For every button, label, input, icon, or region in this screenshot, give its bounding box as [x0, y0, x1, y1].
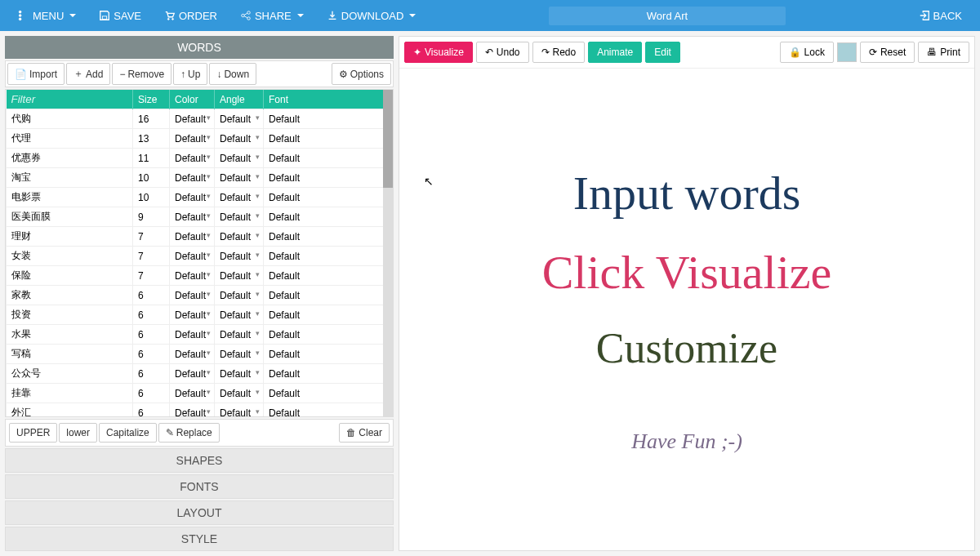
word-cell[interactable]: 淘宝 [7, 168, 133, 188]
angle-cell[interactable]: Default [215, 129, 264, 149]
download-dropdown[interactable]: DOWNLOAD [315, 0, 428, 31]
table-scrollbar[interactable] [383, 90, 393, 416]
word-cell[interactable]: 代购 [7, 109, 133, 129]
size-cell[interactable]: 7 [133, 266, 170, 286]
angle-cell[interactable]: Default [215, 403, 264, 418]
redo-button[interactable]: ↷Redo [532, 42, 586, 63]
size-cell[interactable]: 6 [133, 325, 170, 345]
table-row[interactable]: 电影票10DefaultDefaultDefault [7, 188, 393, 207]
share-dropdown[interactable]: SHARE [229, 0, 315, 31]
font-cell[interactable]: Default [264, 149, 393, 168]
replace-button[interactable]: ✎Replace [158, 423, 220, 443]
shapes-panel-header[interactable]: SHAPES [5, 448, 394, 473]
color-header[interactable]: Color [170, 90, 215, 109]
words-panel-header[interactable]: WORDS [5, 36, 394, 59]
word-cell[interactable]: 优惠券 [7, 149, 133, 168]
angle-cell[interactable]: Default [215, 364, 264, 384]
angle-cell[interactable]: Default [215, 207, 264, 227]
word-cell[interactable]: 挂靠 [7, 384, 133, 403]
angle-cell[interactable]: Default [215, 305, 264, 325]
size-cell[interactable]: 6 [133, 384, 170, 403]
options-button[interactable]: ⚙Options [332, 63, 391, 85]
angle-cell[interactable]: Default [215, 247, 264, 266]
table-row[interactable]: 理财7DefaultDefaultDefault [7, 227, 393, 247]
clear-button[interactable]: 🗑Clear [339, 423, 390, 443]
size-cell[interactable]: 6 [133, 403, 170, 418]
up-button[interactable]: ↑Up [173, 63, 207, 85]
animate-button[interactable]: Animate [588, 42, 642, 63]
word-cell[interactable]: 写稿 [7, 345, 133, 364]
color-cell[interactable]: Default [170, 384, 215, 403]
lower-button[interactable]: lower [59, 423, 97, 443]
word-cell[interactable]: 理财 [7, 227, 133, 247]
color-cell[interactable]: Default [170, 207, 215, 227]
word-cell[interactable]: 电影票 [7, 188, 133, 207]
font-cell[interactable]: Default [264, 129, 393, 149]
word-cell[interactable]: 保险 [7, 266, 133, 286]
table-row[interactable]: 外汇6DefaultDefaultDefault [7, 403, 393, 418]
size-header[interactable]: Size [133, 90, 170, 109]
font-cell[interactable]: Default [264, 286, 393, 305]
angle-cell[interactable]: Default [215, 345, 264, 364]
visualize-button[interactable]: ✦Visualize [404, 42, 473, 63]
remove-button[interactable]: −Remove [112, 63, 172, 85]
upper-button[interactable]: UPPER [9, 423, 57, 443]
color-cell[interactable]: Default [170, 345, 215, 364]
color-cell[interactable]: Default [170, 364, 215, 384]
undo-button[interactable]: ↶Undo [476, 42, 529, 63]
scrollbar-thumb[interactable] [383, 90, 393, 188]
color-cell[interactable]: Default [170, 305, 215, 325]
color-cell[interactable]: Default [170, 168, 215, 188]
font-header[interactable]: Font [264, 90, 393, 109]
color-cell[interactable]: Default [170, 188, 215, 207]
angle-cell[interactable]: Default [215, 109, 264, 129]
font-cell[interactable]: Default [264, 403, 393, 418]
reset-button[interactable]: ⟳Reset [860, 42, 915, 63]
word-cell[interactable]: 投资 [7, 305, 133, 325]
menu-dropdown[interactable]: MENU [7, 0, 87, 31]
font-cell[interactable]: Default [264, 384, 393, 403]
color-cell[interactable]: Default [170, 325, 215, 345]
size-cell[interactable]: 7 [133, 247, 170, 266]
print-button[interactable]: 🖶Print [918, 42, 969, 63]
size-cell[interactable]: 13 [133, 129, 170, 149]
back-button[interactable]: BACK [907, 0, 973, 31]
angle-cell[interactable]: Default [215, 168, 264, 188]
word-cell[interactable]: 水果 [7, 325, 133, 345]
color-cell[interactable]: Default [170, 286, 215, 305]
word-cell[interactable]: 女装 [7, 247, 133, 266]
canvas-area[interactable]: ↖ Input words Click Visualize Customize … [399, 69, 974, 550]
size-cell[interactable]: 6 [133, 305, 170, 325]
size-cell[interactable]: 10 [133, 188, 170, 207]
color-cell[interactable]: Default [170, 403, 215, 418]
font-cell[interactable]: Default [264, 325, 393, 345]
word-cell[interactable]: 家教 [7, 286, 133, 305]
angle-header[interactable]: Angle [215, 90, 264, 109]
color-cell[interactable]: Default [170, 247, 215, 266]
color-cell[interactable]: Default [170, 109, 215, 129]
table-row[interactable]: 淘宝10DefaultDefaultDefault [7, 168, 393, 188]
color-cell[interactable]: Default [170, 129, 215, 149]
table-row[interactable]: 保险7DefaultDefaultDefault [7, 266, 393, 286]
angle-cell[interactable]: Default [215, 227, 264, 247]
style-panel-header[interactable]: STYLE [5, 527, 394, 551]
import-button[interactable]: 📄Import [7, 63, 65, 85]
size-cell[interactable]: 6 [133, 345, 170, 364]
angle-cell[interactable]: Default [215, 149, 264, 168]
font-cell[interactable]: Default [264, 305, 393, 325]
table-row[interactable]: 写稿6DefaultDefaultDefault [7, 345, 393, 364]
table-row[interactable]: 家教6DefaultDefaultDefault [7, 286, 393, 305]
capitalize-button[interactable]: Capitalize [99, 423, 157, 443]
font-cell[interactable]: Default [264, 227, 393, 247]
angle-cell[interactable]: Default [215, 325, 264, 345]
save-button[interactable]: SAVE [87, 0, 153, 31]
table-row[interactable]: 水果6DefaultDefaultDefault [7, 325, 393, 345]
size-cell[interactable]: 9 [133, 207, 170, 227]
angle-cell[interactable]: Default [215, 266, 264, 286]
size-cell[interactable]: 6 [133, 286, 170, 305]
color-cell[interactable]: Default [170, 149, 215, 168]
size-cell[interactable]: 6 [133, 364, 170, 384]
add-button[interactable]: ＋Add [66, 63, 110, 85]
filter-input[interactable] [11, 93, 128, 105]
word-cell[interactable]: 外汇 [7, 403, 133, 418]
